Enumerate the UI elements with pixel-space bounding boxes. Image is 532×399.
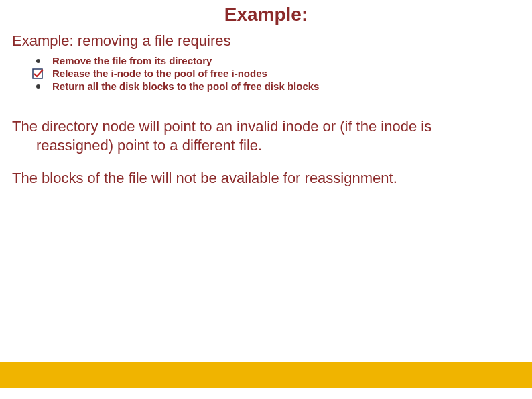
bullet-dot-icon xyxy=(36,84,40,89)
paragraph: The blocks of the file will not be avail… xyxy=(12,169,520,188)
bullet-list: Remove the file from its directory Relea… xyxy=(32,55,532,92)
bullet-text: Remove the file from its directory xyxy=(52,55,212,66)
paragraph-line: reassigned) point to a different file. xyxy=(12,136,520,155)
paragraph: The directory node will point to an inva… xyxy=(12,117,520,154)
list-item: Return all the disk blocks to the pool o… xyxy=(32,80,532,92)
list-item: Release the i-node to the pool of free i… xyxy=(32,68,532,79)
footer-bar xyxy=(0,360,532,390)
bullet-text: Release the i-node to the pool of free i… xyxy=(52,68,267,79)
checkbox-checked-icon xyxy=(32,68,44,79)
slide-title: Example: xyxy=(0,0,532,25)
bullet-text: Return all the disk blocks to the pool o… xyxy=(52,80,319,92)
slide: Example: Example: removing a file requir… xyxy=(0,0,532,399)
list-item: Remove the file from its directory xyxy=(32,55,532,66)
slide-subtitle: Example: removing a file requires xyxy=(12,32,532,50)
bullet-dot-icon xyxy=(36,59,40,63)
paragraph-line: The directory node will point to an inva… xyxy=(12,118,431,135)
